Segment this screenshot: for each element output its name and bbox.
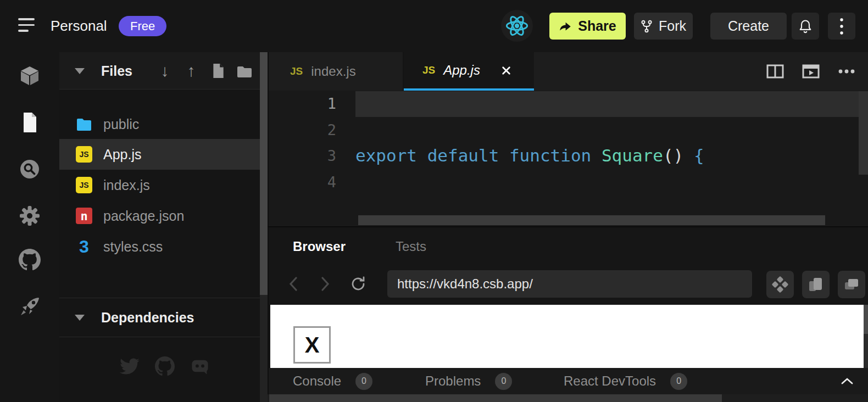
split-editor-icon[interactable]	[765, 63, 785, 80]
bell-icon	[798, 19, 813, 34]
square-button[interactable]: X	[293, 326, 331, 364]
top-bar: Personal Free Share	[0, 0, 868, 52]
rocket-deploy-icon[interactable]	[19, 295, 41, 317]
chevron-down-icon	[75, 315, 85, 321]
tab-console[interactable]: Console 0	[293, 368, 372, 394]
editor-more-options-icon[interactable]	[837, 63, 856, 80]
share-button[interactable]: Share	[549, 13, 626, 40]
code-area[interactable]: 1 2 3 4 export default function Square()…	[269, 91, 868, 226]
scrollbar-thumb[interactable]	[260, 52, 268, 295]
tab-react-devtools[interactable]: React DevTools 0	[564, 368, 687, 394]
editor-tab-indexjs[interactable]: JS index.js	[271, 52, 403, 91]
tab-tests[interactable]: Tests	[396, 227, 426, 266]
js-badge: JS	[422, 64, 435, 76]
open-preview-icon[interactable]	[801, 63, 821, 80]
activity-rail	[0, 52, 59, 402]
scrollbar-thumb[interactable]	[864, 305, 868, 334]
url-input[interactable]	[387, 270, 752, 298]
editor-tab-bar: JS index.js JS App.js	[269, 52, 868, 91]
browser-preview-viewport: X	[270, 305, 864, 369]
fork-button[interactable]: Fork	[634, 13, 693, 40]
explorer-file-icon[interactable]	[19, 111, 41, 133]
workspace-name[interactable]: Personal	[51, 0, 107, 52]
bottom-scrollbar[interactable]	[268, 394, 868, 402]
new-folder-icon[interactable]	[235, 64, 254, 82]
discord-icon[interactable]	[190, 356, 210, 376]
tab-browser[interactable]: Browser	[293, 227, 346, 266]
code-line-1: export default function Square() {	[355, 143, 837, 169]
editor-tab-appjs-active[interactable]: JS App.js	[404, 52, 534, 91]
forward-icon[interactable]	[317, 276, 333, 292]
share-icon	[559, 20, 572, 32]
sandbox-cube-icon[interactable]	[19, 65, 41, 87]
chevron-up-icon[interactable]	[840, 375, 854, 388]
github-icon[interactable]	[19, 249, 41, 271]
browser-preview-panel: Browser Tests	[268, 226, 868, 368]
file-row-stylescss[interactable]: 3 styles.css	[59, 231, 260, 262]
dependencies-section-header[interactable]: Dependencies	[59, 298, 260, 337]
editor-horizontal-scrollbar[interactable]	[358, 215, 825, 225]
preview-settings-icon[interactable]	[766, 271, 794, 298]
preview-scrollbar[interactable]	[864, 305, 868, 369]
plan-badge: Free	[119, 16, 166, 36]
js-badge: JS	[290, 65, 303, 77]
search-icon[interactable]	[19, 158, 41, 180]
file-row-public[interactable]: public	[59, 109, 260, 139]
codesandbox-app: Personal Free Share	[0, 0, 868, 402]
notifications-bell-button[interactable]	[792, 13, 819, 40]
settings-gear-icon[interactable]	[19, 205, 41, 227]
devtools-bottom-bar: Console 0 Problems 0 React DevTools 0	[268, 368, 868, 394]
refresh-icon[interactable]	[350, 276, 366, 292]
problems-count-badge: 0	[495, 373, 512, 390]
new-file-icon[interactable]	[209, 63, 227, 82]
tab-problems[interactable]: Problems 0	[425, 368, 512, 394]
files-section-title: Files	[101, 52, 132, 90]
hamburger-menu-icon[interactable]	[18, 18, 36, 34]
files-section-header: Files ↓ ↑	[59, 52, 260, 90]
chevron-down-icon[interactable]	[75, 68, 85, 74]
upload-icon[interactable]: ↑	[182, 62, 201, 80]
react-logo-icon	[501, 10, 533, 42]
responsive-mode-icon[interactable]	[802, 271, 830, 298]
divider	[59, 337, 260, 337]
create-button[interactable]: Create	[710, 13, 787, 40]
explorer-scrollbar[interactable]	[260, 52, 268, 402]
npm-file-icon: n	[76, 208, 92, 224]
editor-vertical-scrollbar[interactable]	[859, 91, 868, 175]
file-row-packagejson[interactable]: n package.json	[59, 200, 260, 231]
more-options-kebab-button[interactable]	[828, 13, 855, 40]
back-icon[interactable]	[285, 276, 302, 292]
react-devtools-count-badge: 0	[670, 373, 687, 390]
css-file-icon: 3	[76, 238, 92, 255]
file-explorer-panel: Files ↓ ↑ public	[59, 52, 260, 402]
github-icon[interactable]	[155, 356, 175, 376]
console-count-badge: 0	[355, 373, 372, 390]
close-tab-icon[interactable]	[502, 66, 511, 75]
open-in-new-window-icon[interactable]	[838, 271, 865, 298]
download-icon[interactable]: ↓	[155, 62, 174, 80]
code-editor: JS index.js JS App.js	[268, 52, 868, 226]
fork-icon	[641, 19, 653, 34]
file-row-indexjs[interactable]: JS index.js	[59, 170, 260, 200]
js-file-icon: JS	[76, 177, 92, 193]
js-file-icon: JS	[76, 146, 92, 163]
twitter-icon[interactable]	[120, 356, 140, 376]
kebab-vertical-icon	[839, 18, 844, 35]
file-row-appjs[interactable]: JS App.js	[59, 139, 260, 170]
scrollbar-thumb[interactable]	[269, 394, 722, 402]
line-number-gutter: 1 2 3 4	[269, 91, 336, 195]
folder-icon	[76, 116, 92, 132]
